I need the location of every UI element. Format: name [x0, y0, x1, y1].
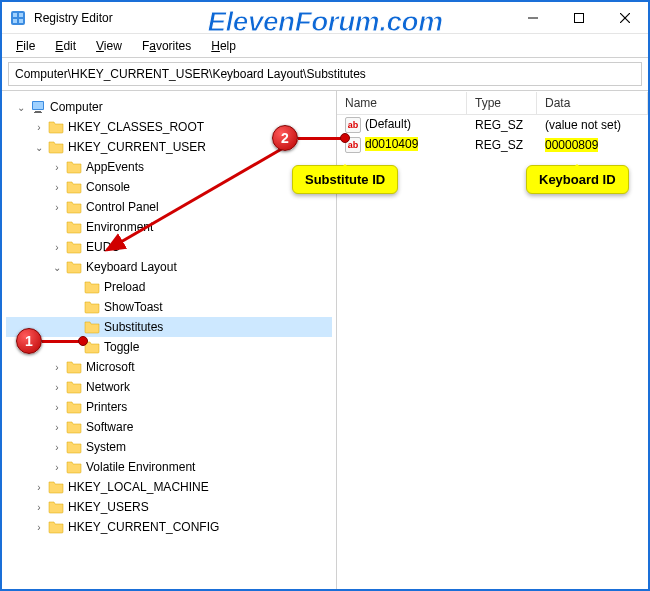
titlebar: Registry Editor	[2, 2, 648, 34]
computer-icon	[30, 99, 46, 115]
list-row[interactable]: abd0010409REG_SZ00000809	[337, 135, 648, 155]
menu-help[interactable]: Help	[203, 37, 244, 55]
folder-icon	[48, 519, 64, 535]
tree-item-microsoft[interactable]: ›Microsoft	[6, 357, 332, 377]
string-value-icon: ab	[345, 117, 361, 133]
chevron-right-icon[interactable]: ›	[32, 502, 46, 513]
tree-item-label: Volatile Environment	[86, 460, 195, 474]
folder-icon	[66, 219, 82, 235]
folder-icon	[66, 379, 82, 395]
callout-dot-1	[78, 336, 88, 346]
list-row[interactable]: ab(Default)REG_SZ(value not set)	[337, 115, 648, 135]
tree-item-label: Console	[86, 180, 130, 194]
callout-dot-2	[340, 133, 350, 143]
tree-item-software[interactable]: ›Software	[6, 417, 332, 437]
address-bar[interactable]: Computer\HKEY_CURRENT_USER\Keyboard Layo…	[8, 62, 642, 86]
tree-item-eudc[interactable]: ›EUDC	[6, 237, 332, 257]
chevron-down-icon[interactable]: ⌄	[32, 142, 46, 153]
cell-type: REG_SZ	[467, 117, 537, 133]
folder-icon	[66, 239, 82, 255]
folder-icon	[66, 399, 82, 415]
folder-icon	[66, 459, 82, 475]
cell-type: REG_SZ	[467, 137, 537, 153]
menubar: FileEditViewFavoritesHelp	[2, 34, 648, 58]
chevron-down-icon[interactable]: ⌄	[50, 262, 64, 273]
col-header-name[interactable]: Name	[337, 92, 467, 114]
window-title: Registry Editor	[34, 11, 113, 25]
menu-edit[interactable]: Edit	[47, 37, 84, 55]
tree-item-label: HKEY_CLASSES_ROOT	[68, 120, 204, 134]
tree-item-label: Software	[86, 420, 133, 434]
tree-item-label: Environment	[86, 220, 153, 234]
menu-favorites[interactable]: Favorites	[134, 37, 199, 55]
chevron-right-icon[interactable]: ›	[50, 162, 64, 173]
chevron-down-icon[interactable]: ⌄	[14, 102, 28, 113]
menu-view[interactable]: View	[88, 37, 130, 55]
chevron-right-icon[interactable]: ›	[50, 202, 64, 213]
tree-item-label: HKEY_CURRENT_USER	[68, 140, 206, 154]
callout-number-1: 1	[16, 328, 42, 354]
folder-icon	[66, 179, 82, 195]
tree-item-label: HKEY_CURRENT_CONFIG	[68, 520, 219, 534]
folder-icon	[66, 259, 82, 275]
svg-rect-4	[19, 19, 23, 23]
folder-icon	[84, 319, 100, 335]
callout-number-2: 2	[272, 125, 298, 151]
regedit-icon	[10, 10, 26, 26]
tree-item-printers[interactable]: ›Printers	[6, 397, 332, 417]
minimize-button[interactable]	[510, 2, 556, 34]
folder-icon	[66, 359, 82, 375]
tree-item-volatile[interactable]: ›Volatile Environment	[6, 457, 332, 477]
folder-icon	[84, 279, 100, 295]
col-header-data[interactable]: Data	[537, 92, 648, 114]
folder-icon	[66, 199, 82, 215]
chevron-right-icon[interactable]: ›	[50, 462, 64, 473]
close-button[interactable]	[602, 2, 648, 34]
chevron-right-icon[interactable]: ›	[50, 362, 64, 373]
tree-item-network[interactable]: ›Network	[6, 377, 332, 397]
chevron-right-icon[interactable]: ›	[50, 182, 64, 193]
chevron-right-icon[interactable]: ›	[32, 482, 46, 493]
chevron-right-icon[interactable]: ›	[50, 442, 64, 453]
tree-item-console[interactable]: ›Console	[6, 177, 332, 197]
tree-item-substitutes[interactable]: Substitutes	[6, 317, 332, 337]
tree-item-label: Network	[86, 380, 130, 394]
svg-rect-12	[34, 112, 42, 113]
folder-icon	[84, 299, 100, 315]
tree-item-label: Substitutes	[104, 320, 163, 334]
folder-icon	[48, 119, 64, 135]
maximize-button[interactable]	[556, 2, 602, 34]
menu-file[interactable]: File	[8, 37, 43, 55]
tree-item-system[interactable]: ›System	[6, 437, 332, 457]
tree-item-label: System	[86, 440, 126, 454]
tree-item-hku[interactable]: ›HKEY_USERS	[6, 497, 332, 517]
balloon-keyboard-id: Keyboard ID	[526, 165, 629, 194]
cell-data: (value not set)	[537, 117, 648, 133]
chevron-right-icon[interactable]: ›	[32, 522, 46, 533]
folder-icon	[66, 159, 82, 175]
chevron-right-icon[interactable]: ›	[50, 242, 64, 253]
tree-item-appevents[interactable]: ›AppEvents	[6, 157, 332, 177]
cell-data: 00000809	[537, 137, 648, 153]
tree-item-hkcc[interactable]: ›HKEY_CURRENT_CONFIG	[6, 517, 332, 537]
tree-item-label: Printers	[86, 400, 127, 414]
chevron-right-icon[interactable]: ›	[32, 122, 46, 133]
tree-item-hklm[interactable]: ›HKEY_LOCAL_MACHINE	[6, 477, 332, 497]
chevron-right-icon[interactable]: ›	[50, 382, 64, 393]
tree-item-keyboardlayout[interactable]: ⌄Keyboard Layout	[6, 257, 332, 277]
tree-item-label: Control Panel	[86, 200, 159, 214]
address-text: Computer\HKEY_CURRENT_USER\Keyboard Layo…	[15, 67, 366, 81]
tree-item-environment[interactable]: Environment	[6, 217, 332, 237]
col-header-type[interactable]: Type	[467, 92, 537, 114]
chevron-right-icon[interactable]: ›	[50, 422, 64, 433]
tree-item-root[interactable]: ⌄Computer	[6, 97, 332, 117]
tree-item-controlpanel[interactable]: ›Control Panel	[6, 197, 332, 217]
tree-item-label: Microsoft	[86, 360, 135, 374]
tree-item-preload[interactable]: Preload	[6, 277, 332, 297]
callout-connector-1	[42, 340, 80, 343]
chevron-right-icon[interactable]: ›	[50, 402, 64, 413]
folder-icon	[48, 139, 64, 155]
svg-rect-11	[35, 111, 41, 112]
tree-item-label: HKEY_USERS	[68, 500, 149, 514]
tree-item-showtoast[interactable]: ShowToast	[6, 297, 332, 317]
